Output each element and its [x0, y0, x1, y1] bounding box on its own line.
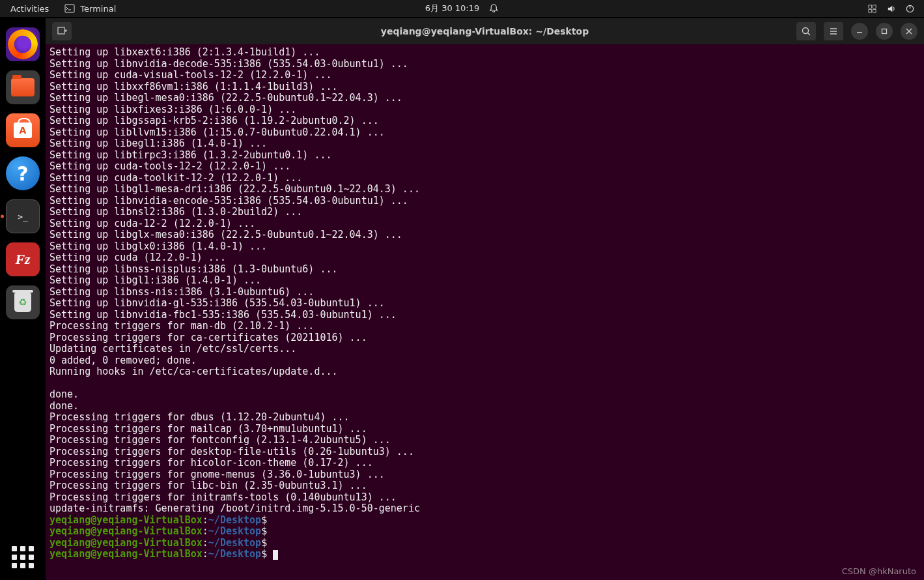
terminal-line: Setting up libglx-mesa0:i386 (22.2.5-0ub…	[49, 229, 920, 241]
terminal-line: Setting up libnvidia-decode-535:i386 (53…	[49, 59, 920, 70]
volume-icon[interactable]	[886, 4, 896, 14]
terminal-line: Setting up libgl1-mesa-dri:i386 (22.2.5-…	[49, 184, 920, 196]
prompt-path: ~/Desktop	[208, 537, 261, 549]
minimize-icon	[856, 28, 863, 35]
terminal-line: done.	[49, 401, 920, 413]
terminal-line: Processing triggers for desktop-file-uti…	[49, 446, 920, 458]
terminal-line: Processing triggers for hicolor-icon-the…	[49, 457, 920, 469]
terminal-line: Processing triggers for libc-bin (2.35-0…	[49, 480, 920, 492]
terminal-line: Setting up libnvidia-gl-535:i386 (535.54…	[49, 298, 920, 310]
power-icon[interactable]	[905, 4, 915, 14]
terminal-line: Setting up libgl1:i386 (1.4.0-1) ...	[49, 275, 920, 287]
search-icon	[801, 26, 811, 36]
svg-rect-0	[65, 5, 74, 12]
question-icon: ?	[17, 162, 28, 185]
notification-bell-icon[interactable]	[488, 3, 499, 14]
terminal-line	[49, 378, 920, 390]
terminal-line: Setting up libnss-nis:i386 (3.1-0ubuntu6…	[49, 287, 920, 298]
prompt-path: ~/Desktop	[208, 525, 261, 537]
prompt-path: ~/Desktop	[208, 548, 261, 560]
close-button[interactable]	[901, 23, 917, 40]
dock-firefox[interactable]	[6, 27, 40, 61]
terminal-line: Running hooks in /etc/ca-certificates/up…	[49, 366, 920, 378]
filezilla-icon: Fz	[15, 251, 30, 268]
window-titlebar: yeqiang@yeqiang-VirtualBox: ~/Desktop	[46, 18, 924, 44]
clock[interactable]: 6月 30 10:19	[425, 3, 480, 14]
gnome-top-bar: Activities Terminal 6月 30 10:19	[0, 0, 924, 17]
svg-rect-13	[882, 29, 887, 34]
terminal-line: 0 added, 0 removed; done.	[49, 355, 920, 367]
prompt-line: yeqiang@yeqiang-VirtualBox:~/Desktop$	[49, 538, 920, 549]
terminal-line: Processing triggers for gnome-menus (3.3…	[49, 469, 920, 481]
cursor	[273, 550, 278, 560]
trash-icon	[14, 293, 31, 312]
app-menu-label: Terminal	[80, 4, 116, 14]
prompt-line: yeqiang@yeqiang-VirtualBox:~/Desktop$	[49, 526, 920, 538]
prompt-userhost: yeqiang@yeqiang-VirtualBox	[49, 525, 203, 537]
terminal-line: Setting up libtirpc3:i386 (1.3.2-2ubuntu…	[49, 150, 920, 162]
prompt-line: yeqiang@yeqiang-VirtualBox:~/Desktop$	[49, 549, 920, 560]
search-button[interactable]	[796, 22, 816, 40]
hamburger-menu-button[interactable]	[824, 22, 843, 40]
watermark: CSDN @hkNaruto	[842, 566, 916, 576]
prompt-line: yeqiang@yeqiang-VirtualBox:~/Desktop$	[49, 515, 920, 527]
terminal-line: Setting up libglx0:i386 (1.4.0-1) ...	[49, 241, 920, 253]
prompt-userhost: yeqiang@yeqiang-VirtualBox	[49, 537, 203, 549]
svg-rect-4	[58, 27, 64, 34]
terminal-prompt-icon: >_	[18, 212, 28, 222]
terminal-line: Setting up libxxf86vm1:i386 (1:1.1.4-1bu…	[49, 81, 920, 93]
terminal-line: Updating certificates in /etc/ssl/certs.…	[49, 343, 920, 355]
svg-point-7	[803, 28, 809, 34]
terminal-line: Setting up cuda-visual-tools-12-2 (12.2.…	[49, 70, 920, 81]
maximize-icon	[881, 28, 888, 35]
terminal-line: Processing triggers for man-db (2.10.2-1…	[49, 321, 920, 332]
terminal-line: update-initramfs: Generating /boot/initr…	[49, 503, 920, 515]
terminal-line: Setting up libllvm15:i386 (1:15.0.7-0ubu…	[49, 127, 920, 139]
terminal-line: Setting up cuda-toolkit-12-2 (12.2.0-1) …	[49, 173, 920, 184]
terminal-line: Setting up libgssapi-krb5-2:i386 (1.19.2…	[49, 115, 920, 127]
dock-trash[interactable]	[6, 285, 40, 319]
terminal-line: Setting up libnss-nisplus:i386 (1.3-0ubu…	[49, 264, 920, 276]
terminal-line: done.	[49, 389, 920, 401]
terminal-line: Setting up libxext6:i386 (2:1.3.4-1build…	[49, 47, 920, 59]
window-title: yeqiang@yeqiang-VirtualBox: ~/Desktop	[381, 26, 589, 36]
prompt-userhost: yeqiang@yeqiang-VirtualBox	[49, 514, 203, 526]
close-icon	[906, 28, 912, 35]
terminal-line: Setting up libegl-mesa0:i386 (22.2.5-0ub…	[49, 93, 920, 104]
terminal-line: Setting up cuda (12.2.0-1) ...	[49, 252, 920, 264]
minimize-button[interactable]	[851, 23, 868, 40]
terminal-line: Setting up libnvidia-encode-535:i386 (53…	[49, 196, 920, 207]
new-tab-icon	[57, 26, 67, 36]
terminal-line: Setting up cuda-tools-12-2 (12.2.0-1) ..…	[49, 161, 920, 173]
folder-icon	[11, 78, 35, 96]
maximize-button[interactable]	[876, 23, 893, 40]
hamburger-icon	[828, 26, 839, 36]
terminal-line: Processing triggers for initramfs-tools …	[49, 492, 920, 504]
terminal-line: Processing triggers for dbus (1.12.20-2u…	[49, 412, 920, 424]
svg-line-8	[808, 33, 811, 36]
shopping-bag-icon	[14, 123, 32, 138]
dock-terminal[interactable]: >_	[6, 199, 40, 233]
prompt-userhost: yeqiang@yeqiang-VirtualBox	[49, 548, 203, 560]
activities-button[interactable]: Activities	[10, 4, 49, 14]
terminal-line: Setting up cuda-12-2 (12.2.0-1) ...	[49, 218, 920, 230]
dock-help[interactable]: ?	[6, 156, 40, 190]
terminal-output[interactable]: Setting up libxext6:i386 (2:1.3.4-1build…	[46, 44, 924, 580]
terminal-line: Processing triggers for ca-certificates …	[49, 332, 920, 344]
terminal-menu-icon	[64, 3, 75, 14]
network-icon[interactable]	[867, 4, 877, 14]
prompt-path: ~/Desktop	[208, 514, 261, 526]
dock-files[interactable]	[6, 70, 40, 104]
dock-software[interactable]	[6, 113, 40, 147]
terminal-line: Setting up libegl1:i386 (1.4.0-1) ...	[49, 138, 920, 150]
terminal-line: Processing triggers for fontconfig (2.13…	[49, 435, 920, 446]
dock: ? >_ Fz	[0, 17, 46, 580]
terminal-line: Processing triggers for mailcap (3.70+nm…	[49, 424, 920, 435]
show-applications-button[interactable]	[12, 546, 34, 568]
dock-filezilla[interactable]: Fz	[6, 242, 40, 276]
app-menu[interactable]: Terminal	[64, 3, 116, 14]
terminal-line: Setting up libnvidia-fbc1-535:i386 (535.…	[49, 310, 920, 321]
new-tab-button[interactable]	[52, 22, 72, 40]
terminal-line: Setting up libxfixes3:i386 (1:6.0.0-1) .…	[49, 104, 920, 116]
terminal-line: Setting up libnsl2:i386 (1.3.0-2build2) …	[49, 207, 920, 218]
